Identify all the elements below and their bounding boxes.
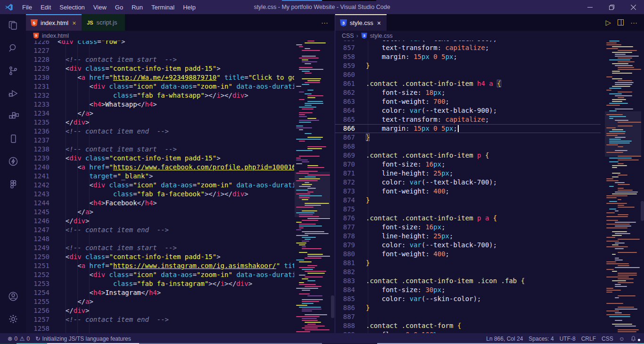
close-window-button[interactable]	[622, 0, 644, 14]
language-status[interactable]: ↻ Initializing JS/TS language features	[33, 335, 134, 342]
code-line[interactable]: 1248	[26, 235, 294, 243]
mobile-preview-icon[interactable]	[0, 127, 26, 150]
code-line[interactable]: 877font-size: 16px;	[335, 223, 601, 232]
code-line[interactable]: 883.contact .contact-info-item .icon .fa…	[335, 277, 601, 285]
code-line[interactable]: 885color: var(--skin-color);	[335, 294, 601, 303]
menu-file[interactable]: File	[18, 4, 36, 11]
menu-terminal[interactable]: Terminal	[147, 4, 179, 11]
split-editor-icon[interactable]	[618, 19, 624, 25]
code-line[interactable]: 1236<!-- contact item end -->	[26, 127, 294, 136]
code-line[interactable]: 1238<!-- contact item start -->	[26, 145, 294, 154]
eol-setting[interactable]: CRLF	[578, 336, 599, 342]
css-code-editor[interactable]: 856color: var(--text-black-900);857text-…	[335, 41, 644, 333]
scrollbar[interactable]	[641, 201, 644, 221]
code-line[interactable]: 1226<div class="row">	[26, 41, 294, 46]
menu-go[interactable]: Go	[111, 4, 127, 11]
code-line[interactable]: 862font-size: 18px;	[335, 88, 601, 97]
code-line[interactable]: 1247<!-- contact item end -->	[26, 226, 294, 235]
code-line[interactable]: 887	[335, 312, 601, 321]
thunder-client-icon[interactable]	[0, 150, 26, 173]
code-line[interactable]: 1239<div class="contact-info-item padd-1…	[26, 154, 294, 163]
code-line[interactable]: 863font-weight: 700;	[335, 97, 601, 106]
code-line[interactable]: 860	[335, 70, 601, 79]
cursor-position[interactable]: Ln 866, Col 24	[483, 336, 526, 342]
breadcrumb-folder[interactable]: CSS	[342, 33, 354, 39]
account-icon[interactable]	[0, 285, 26, 308]
html-code-editor[interactable]: 1226<div class="row">12271228<!-- contac…	[26, 41, 335, 333]
run-preview-icon[interactable]: ▷	[605, 18, 611, 27]
menu-run[interactable]: Run	[127, 4, 147, 11]
encoding-setting[interactable]: UTF-8	[557, 336, 578, 342]
code-line[interactable]: 1257<!-- contact item end -->	[26, 315, 294, 324]
left-breadcrumb[interactable]: 5 index.html	[26, 31, 335, 41]
breadcrumb-file[interactable]: index.html	[42, 33, 69, 39]
code-line[interactable]: 881}	[335, 259, 601, 268]
tab-script-js[interactable]: JS script.js	[82, 14, 124, 31]
minimize-button[interactable]	[579, 0, 601, 14]
code-line[interactable]: 1243class="fab fa-facebook"></i></div>	[26, 190, 294, 199]
breadcrumb-file[interactable]: style.css	[370, 33, 393, 39]
code-line[interactable]: 1240<a href="https://www.facebook.com/pr…	[26, 163, 294, 172]
minimap[interactable]	[605, 41, 641, 333]
code-line[interactable]: 1237	[26, 136, 294, 145]
feedback-icon[interactable]: ☺	[616, 336, 627, 342]
source-control-icon[interactable]	[0, 59, 26, 82]
close-tab-icon[interactable]: ×	[376, 19, 382, 27]
language-mode[interactable]: CSS	[599, 336, 616, 342]
menu-selection[interactable]: Selection	[55, 4, 89, 11]
code-line[interactable]: 1228<!-- contact item start -->	[26, 55, 294, 64]
menu-view[interactable]: View	[89, 4, 111, 11]
code-line[interactable]: 884font-size: 30px;	[335, 285, 601, 294]
code-line[interactable]: 875	[335, 205, 601, 214]
code-line[interactable]: 1227	[26, 46, 294, 55]
code-line[interactable]: 1230<a href="http://Wa.me/+923498879710"…	[26, 73, 294, 82]
run-debug-icon[interactable]	[0, 82, 26, 105]
code-line[interactable]: 879color: var(--text-black-700);	[335, 241, 601, 250]
code-line[interactable]: 859}	[335, 61, 601, 70]
code-line[interactable]: 874}	[335, 196, 601, 205]
explorer-icon[interactable]	[0, 14, 26, 37]
code-line[interactable]: 1242<div class="icon" data-aos="zoom-in"…	[26, 181, 294, 190]
code-line[interactable]: 1241target="_blank">	[26, 172, 294, 181]
code-line[interactable]: 871line-height: 25px;	[335, 169, 601, 178]
tab-style-css[interactable]: 3 style.css ×	[335, 14, 387, 31]
code-line[interactable]: 865text-transform: capitalize;	[335, 115, 601, 124]
code-line[interactable]: 886}	[335, 303, 601, 312]
more-actions-icon[interactable]: ···	[630, 18, 637, 26]
code-line[interactable]: 869.contact .contact-info-item p {	[335, 151, 601, 160]
code-line[interactable]: 876.contact .contact-info-item p a {	[335, 214, 601, 223]
menu-edit[interactable]: Edit	[36, 4, 55, 11]
tab-index-html[interactable]: 5 index.html ×	[26, 14, 82, 31]
code-line[interactable]: 1256</div>	[26, 306, 294, 315]
code-line[interactable]: 1235</div>	[26, 118, 294, 127]
code-line[interactable]: 1258	[26, 324, 294, 333]
code-line[interactable]: 1244<h4>Facebook</h4>	[26, 199, 294, 208]
code-line[interactable]: 1251<a href="https://www.instagram.com/i…	[26, 261, 294, 270]
code-line[interactable]: 1252<div class="icon" data-aos="zoom-in"…	[26, 270, 294, 279]
code-line[interactable]: 873font-weight: 400;	[335, 187, 601, 196]
indentation-setting[interactable]: Spaces: 4	[526, 336, 556, 342]
scrollbar[interactable]	[331, 295, 334, 318]
close-tab-icon[interactable]: ×	[71, 19, 77, 27]
code-line[interactable]: 1253class="fab fa-instagram"></i></div>	[26, 279, 294, 288]
code-line[interactable]: 1249<!-- contact item start -->	[26, 243, 294, 252]
code-line[interactable]: 1255</a>	[26, 297, 294, 306]
code-line[interactable]: 1254<h4>Instagram</h4>	[26, 288, 294, 297]
right-breadcrumb[interactable]: CSS › 3 style.css	[335, 31, 644, 41]
figma-icon[interactable]	[0, 173, 26, 195]
code-line[interactable]: 1245</a>	[26, 208, 294, 217]
extensions-icon[interactable]	[0, 105, 26, 127]
code-line[interactable]: 882	[335, 268, 601, 277]
search-icon[interactable]	[0, 37, 26, 59]
restore-button[interactable]	[601, 0, 622, 14]
code-line[interactable]: 1232class="fab fa-whatsapp"></i></div>	[26, 91, 294, 100]
more-actions-icon[interactable]: ···	[321, 18, 328, 26]
code-line[interactable]: 870font-size: 16px;	[335, 160, 601, 169]
menu-help[interactable]: Help	[179, 4, 200, 11]
problems-indicator[interactable]: ⊗ 0 ⚠ 0	[5, 335, 33, 342]
notifications-bell-icon[interactable]	[627, 336, 639, 342]
code-line[interactable]: 1234</a>	[26, 109, 294, 118]
settings-gear-icon[interactable]	[0, 308, 26, 330]
code-line[interactable]: 1231<div class="icon" data-aos="zoom-in"…	[26, 82, 294, 91]
code-line[interactable]: 1229<div class="contact-info-item padd-1…	[26, 64, 294, 73]
